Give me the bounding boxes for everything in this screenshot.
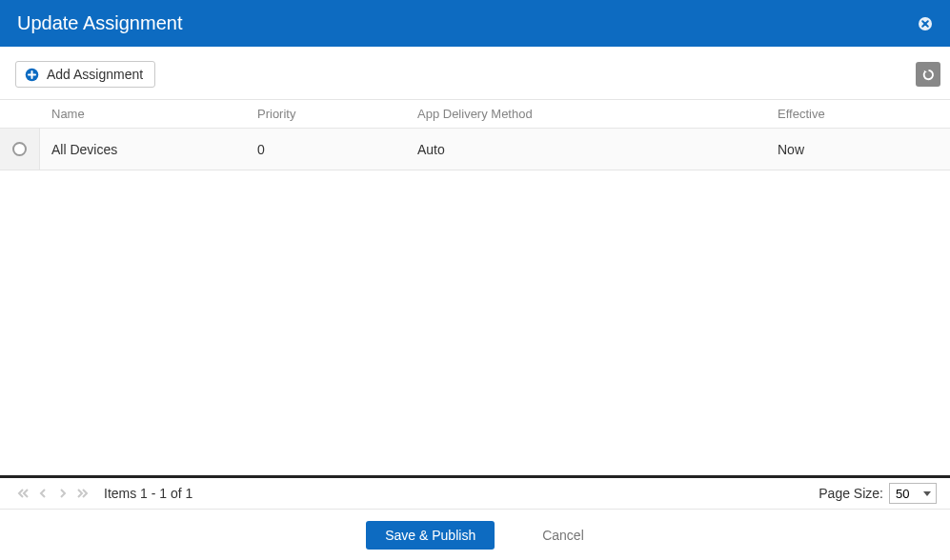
chevron-left-icon	[37, 488, 49, 499]
double-chevron-left-icon	[17, 488, 29, 499]
next-page-button[interactable]	[57, 488, 69, 499]
plus-circle-icon	[25, 68, 39, 82]
add-assignment-button[interactable]: Add Assignment	[15, 61, 155, 88]
first-page-button[interactable]	[17, 488, 29, 499]
chevron-right-icon	[57, 488, 69, 499]
table-row[interactable]: All Devices 0 Auto Now	[0, 129, 950, 170]
column-header-effective[interactable]: Effective	[778, 107, 950, 121]
column-header-priority[interactable]: Priority	[257, 107, 417, 121]
pagination-status: Items 1 - 1 of 1	[104, 486, 192, 501]
page-size-label: Page Size:	[819, 486, 883, 501]
modal-title: Update Assignment	[17, 12, 182, 34]
refresh-icon	[921, 68, 936, 82]
add-assignment-label: Add Assignment	[47, 67, 143, 82]
last-page-button[interactable]	[77, 488, 89, 499]
table-header-row: Name Priority App Delivery Method Effect…	[0, 100, 950, 129]
double-chevron-right-icon	[77, 488, 89, 499]
row-select-radio[interactable]	[12, 142, 27, 156]
close-icon	[918, 16, 933, 31]
modal-header: Update Assignment	[0, 0, 950, 47]
save-publish-button[interactable]: Save & Publish	[366, 521, 495, 550]
prev-page-button[interactable]	[37, 488, 49, 499]
column-header-method[interactable]: App Delivery Method	[417, 107, 778, 121]
cancel-button[interactable]: Cancel	[542, 528, 584, 543]
column-header-name[interactable]: Name	[40, 107, 257, 121]
close-button[interactable]	[918, 16, 933, 31]
pagination-nav	[17, 488, 89, 499]
refresh-button[interactable]	[916, 62, 940, 87]
cell-effective: Now	[778, 142, 950, 157]
action-bar: Save & Publish Cancel	[0, 510, 950, 560]
cell-priority: 0	[257, 142, 417, 157]
pagination-bar: Items 1 - 1 of 1 Page Size: 50	[0, 478, 950, 510]
cell-name: All Devices	[40, 142, 257, 157]
cell-method: Auto	[417, 142, 778, 157]
toolbar: Add Assignment	[0, 47, 950, 100]
assignment-table: Name Priority App Delivery Method Effect…	[0, 100, 950, 170]
page-size-select[interactable]: 50	[889, 483, 937, 504]
